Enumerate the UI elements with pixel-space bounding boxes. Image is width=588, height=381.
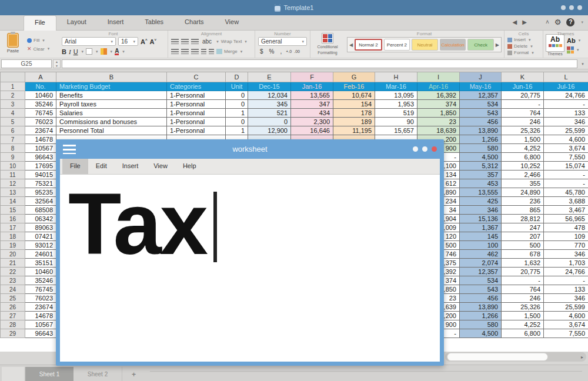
tab-file[interactable]: File bbox=[24, 15, 56, 31]
cell-a19[interactable]: 93012 bbox=[25, 241, 56, 250]
row-header[interactable]: 14 bbox=[1, 197, 25, 206]
overlay-menu-edit[interactable]: Edit bbox=[88, 159, 115, 174]
cell-k18[interactable]: 207 bbox=[502, 232, 544, 241]
italic-button[interactable]: I bbox=[69, 48, 71, 55]
cell-l5[interactable]: 346 bbox=[544, 118, 588, 126]
cells-insert-button[interactable]: Insert▾ bbox=[505, 36, 543, 43]
sheet-tab-2[interactable]: Sheet 2 bbox=[74, 367, 122, 381]
gallery-right-icon[interactable]: ▶ bbox=[496, 42, 499, 48]
fill-button[interactable]: Fill ▾ bbox=[27, 38, 49, 43]
row-header[interactable]: 9 bbox=[1, 153, 25, 162]
row-header[interactable]: 2 bbox=[1, 91, 25, 100]
column-header-d[interactable]: D bbox=[226, 72, 248, 82]
scroll-right-icon[interactable]: ▸ bbox=[581, 355, 583, 360]
header-cell-e[interactable]: Dec-15 bbox=[248, 82, 291, 91]
font-color-icon[interactable]: A bbox=[115, 48, 119, 55]
header-cell-d[interactable]: Unit bbox=[226, 82, 248, 91]
formula-dropdown-icon[interactable]: ▾ bbox=[579, 59, 587, 68]
increase-decimal-button[interactable]: +.0 bbox=[286, 49, 292, 54]
cell-h3[interactable]: 1,953 bbox=[375, 100, 417, 109]
underline-button[interactable]: U bbox=[74, 48, 78, 55]
row-header[interactable]: 24 bbox=[1, 285, 25, 294]
cell-k21[interactable]: 1,632 bbox=[502, 259, 544, 268]
cell-l15[interactable]: 3,467 bbox=[544, 206, 588, 215]
align-middle-icon[interactable] bbox=[181, 39, 189, 44]
ribbon-nav-left-icon[interactable]: ◀ bbox=[513, 19, 517, 25]
cell-i6[interactable]: 18,639 bbox=[417, 126, 460, 135]
cell-g5[interactable]: 189 bbox=[333, 118, 375, 126]
cell-a13[interactable]: 95235 bbox=[25, 188, 56, 197]
cell-j21[interactable]: 2,074 bbox=[460, 259, 502, 268]
row-header[interactable]: 25 bbox=[1, 294, 25, 303]
cell-d4[interactable]: 1 bbox=[226, 109, 248, 118]
worksheet-titlebar[interactable]: worksheet bbox=[56, 139, 444, 159]
tab-charts[interactable]: Charts bbox=[174, 15, 214, 31]
cell-k2[interactable]: 20,775 bbox=[502, 91, 544, 100]
cell-k12[interactable]: 355 bbox=[502, 179, 544, 188]
cell-l3[interactable]: - bbox=[544, 100, 588, 109]
align-right-icon[interactable] bbox=[191, 49, 199, 54]
add-sheet-button[interactable]: + bbox=[122, 367, 145, 381]
cell-h4[interactable]: 519 bbox=[375, 109, 417, 118]
cell-a9[interactable]: 96643 bbox=[25, 153, 56, 162]
decrease-font-button[interactable]: A˅ bbox=[149, 38, 156, 45]
cell-a15[interactable]: 68508 bbox=[25, 206, 56, 215]
cell-h6[interactable]: 15,657 bbox=[375, 126, 417, 135]
settings-gear-icon[interactable]: ⚙ bbox=[554, 18, 562, 26]
cell-j9[interactable]: 4,500 bbox=[460, 153, 502, 162]
cell-k27[interactable]: 1,500 bbox=[502, 312, 544, 320]
cell-k4[interactable]: 764 bbox=[502, 109, 544, 118]
cell-i3[interactable]: 374 bbox=[417, 100, 460, 109]
cell-j28[interactable]: 580 bbox=[460, 320, 502, 329]
gallery-left-icon[interactable]: ◀ bbox=[349, 42, 353, 48]
cell-f6[interactable]: 16,646 bbox=[291, 126, 333, 135]
number-format-select[interactable]: General ▾ bbox=[258, 37, 307, 46]
row-header[interactable]: 21 bbox=[1, 259, 25, 268]
cell-l25[interactable]: 346 bbox=[544, 294, 588, 303]
cell-l18[interactable]: 109 bbox=[544, 232, 588, 241]
header-cell-c[interactable]: Categories bbox=[167, 82, 226, 91]
window-control-icon[interactable] bbox=[569, 5, 574, 10]
row-header[interactable]: 3 bbox=[1, 100, 25, 109]
cell-l20[interactable]: 346 bbox=[544, 250, 588, 259]
cells-format-button[interactable]: Format▾ bbox=[505, 49, 543, 56]
cell-k28[interactable]: 4,252 bbox=[502, 320, 544, 329]
window-control-icon[interactable] bbox=[413, 146, 418, 152]
decrease-indent-icon[interactable] bbox=[201, 49, 206, 54]
cell-c3[interactable]: 1-Personnal bbox=[167, 100, 226, 109]
cell-a17[interactable]: 89063 bbox=[25, 223, 56, 232]
cell-k23[interactable]: - bbox=[502, 276, 544, 285]
cell-f2[interactable]: 13,565 bbox=[291, 91, 333, 100]
cell-b3[interactable]: Payroll taxes bbox=[56, 100, 167, 109]
row-header[interactable]: 7 bbox=[1, 135, 25, 144]
row-header[interactable]: 6 bbox=[1, 126, 25, 135]
cell-e3[interactable]: 345 bbox=[248, 100, 291, 109]
cell-g2[interactable]: 10,674 bbox=[333, 91, 375, 100]
row-header[interactable]: 11 bbox=[1, 171, 25, 179]
cell-d3[interactable]: 0 bbox=[226, 100, 248, 109]
cells-delete-button[interactable]: Delete▾ bbox=[505, 43, 543, 49]
column-header-f[interactable]: F bbox=[291, 72, 333, 82]
row-header[interactable]: 28 bbox=[1, 320, 25, 329]
cell-j5[interactable]: 456 bbox=[460, 118, 502, 126]
cell-k14[interactable]: 236 bbox=[502, 197, 544, 206]
cell-j4[interactable]: 543 bbox=[460, 109, 502, 118]
cell-a27[interactable]: 14678 bbox=[25, 312, 56, 320]
cell-j18[interactable]: 145 bbox=[460, 232, 502, 241]
cell-k11[interactable]: 2,466 bbox=[502, 171, 544, 179]
row-header[interactable]: 16 bbox=[1, 215, 25, 223]
row-header[interactable]: 27 bbox=[1, 312, 25, 320]
cell-k17[interactable]: 247 bbox=[502, 223, 544, 232]
cell-a20[interactable]: 24601 bbox=[25, 250, 56, 259]
cell-j16[interactable]: 15,136 bbox=[460, 215, 502, 223]
column-header-l[interactable]: L bbox=[544, 72, 588, 82]
row-header[interactable]: 12 bbox=[1, 179, 25, 188]
worksheet-window-controls[interactable] bbox=[413, 146, 437, 152]
cell-b2[interactable]: Benefits bbox=[56, 91, 167, 100]
cell-c2[interactable]: 1-Personnal bbox=[167, 91, 226, 100]
cell-k9[interactable]: 6,800 bbox=[502, 153, 544, 162]
cell-e5[interactable]: 0 bbox=[248, 118, 291, 126]
window-control-icon[interactable] bbox=[577, 5, 582, 10]
cell-l10[interactable]: 15,074 bbox=[544, 162, 588, 171]
cell-k10[interactable]: 10,252 bbox=[502, 162, 544, 171]
